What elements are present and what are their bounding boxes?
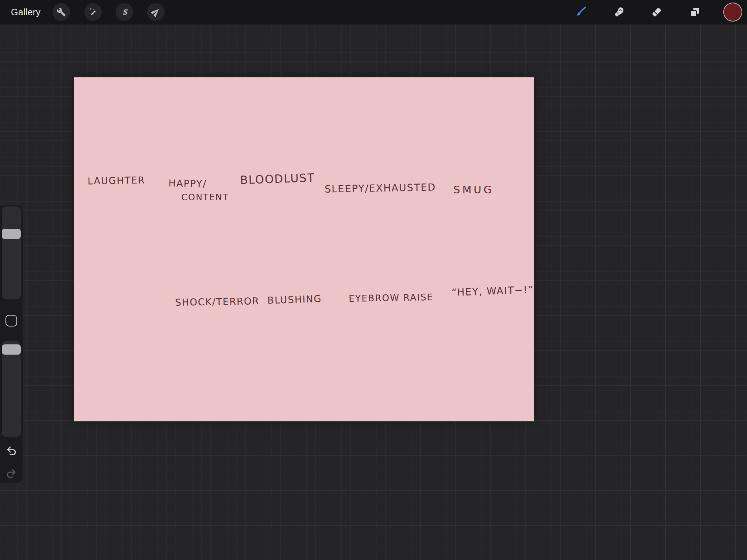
smudge-tool-button[interactable]: [610, 3, 628, 21]
selection-s-icon: S: [120, 7, 129, 17]
label-content: CONTENT: [181, 192, 229, 202]
transform-arrow-icon: [151, 7, 160, 17]
transform-button[interactable]: [147, 3, 165, 21]
label-eyebrow-raise: EYEBROW RAISE: [349, 292, 434, 304]
procreate-workspace: Gallery S: [0, 0, 747, 560]
layers-icon: [689, 6, 701, 18]
eraser-icon: [651, 6, 662, 18]
layers-button[interactable]: [686, 3, 704, 21]
brush-opacity-slider[interactable]: [2, 341, 21, 437]
paint-tool-button[interactable]: [572, 3, 589, 21]
smudge-icon: [613, 6, 625, 18]
svg-text:S: S: [122, 8, 128, 16]
gallery-button[interactable]: Gallery: [11, 0, 40, 24]
actions-button[interactable]: [53, 3, 70, 21]
label-blushing: BLUSHING: [267, 293, 322, 306]
paintbrush-icon: [574, 6, 587, 18]
adjustments-button[interactable]: [84, 3, 102, 21]
label-shock-terror: SHOCK/TERROR: [175, 296, 260, 308]
label-sleepy-exhausted: SLEEPY/EXHAUSTED: [325, 181, 436, 194]
undo-arrow-icon: [6, 451, 17, 457]
selection-button[interactable]: S: [116, 3, 133, 21]
top-toolbar: Gallery S: [0, 0, 747, 24]
label-smug: SMUG: [453, 184, 494, 196]
erase-tool-button[interactable]: [648, 3, 665, 21]
modify-button[interactable]: [5, 315, 17, 327]
brush-opacity-handle[interactable]: [2, 344, 21, 355]
label-laughter: LAUGHTER: [88, 175, 145, 187]
color-swatch[interactable]: [723, 3, 742, 22]
redo-button[interactable]: [6, 468, 17, 479]
label-happy: HAPPY/: [169, 178, 207, 189]
undo-button[interactable]: [6, 445, 17, 456]
brush-size-slider[interactable]: [2, 206, 21, 299]
redo-arrow-icon: [6, 474, 17, 480]
drawing-canvas[interactable]: [74, 77, 534, 421]
brush-size-handle[interactable]: [2, 229, 21, 239]
brush-sidebar: [0, 205, 23, 483]
magic-wand-icon: [88, 7, 98, 17]
wrench-icon: [57, 7, 66, 17]
label-bloodlust: BLOODLUST: [240, 171, 315, 186]
